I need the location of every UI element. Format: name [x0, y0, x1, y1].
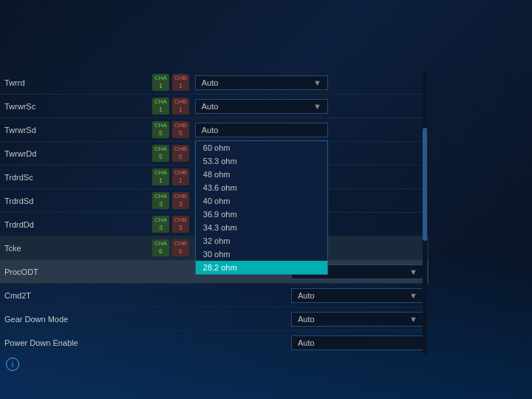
- dropdown-twrwrsd-open[interactable]: Auto 60 ohm 53.3 ohm 48 ohm 43.6 ohm 40 …: [195, 123, 328, 137]
- chb-badge: CHB1: [172, 168, 189, 185]
- chevron-down-icon: ▼: [313, 102, 321, 111]
- setting-name-gear-down: Gear Down Mode: [4, 315, 152, 324]
- setting-name-trdrddd: TrdrdDd: [4, 220, 152, 229]
- dropdown-gear-down[interactable]: Auto ▼: [291, 312, 424, 327]
- dropdown-item-8[interactable]: 30 ohm: [196, 248, 327, 261]
- cha-chb-trdrddd: CHA3 CHB3: [152, 216, 189, 232]
- cha-badge: CHA1: [152, 74, 169, 90]
- row-twrrd[interactable]: Twrrd CHA1 CHB1 Auto ▼: [0, 71, 429, 95]
- setting-name-twrwrdd: TwrwrDd: [4, 149, 152, 158]
- setting-name-tcke: Tcke: [4, 244, 152, 253]
- dropdown-item-7[interactable]: 32 ohm: [196, 234, 327, 248]
- chb-badge: CHB5: [172, 121, 189, 137]
- dropdown-item-4[interactable]: 40 ohm: [196, 194, 327, 208]
- info-button[interactable]: i: [6, 358, 19, 371]
- chb-badge: CHB1: [172, 98, 189, 114]
- chb-badge: CHB3: [172, 192, 189, 208]
- dropdown-item-3[interactable]: 43.6 ohm: [196, 181, 327, 194]
- dropdown-twrwrsc[interactable]: Auto ▼: [195, 99, 328, 114]
- scrollbar-thumb[interactable]: [423, 128, 427, 241]
- cha-badge: CHA3: [152, 192, 169, 208]
- settings-list: Twrrd CHA1 CHB1 Auto ▼ TwrwrSc CHA1: [0, 71, 429, 354]
- row-twrwrsd[interactable]: TwrwrSd CHA5 CHB5 Auto 60 ohm 53.3 ohm 4…: [0, 118, 429, 142]
- setting-name-power-down: Power Down Enable: [4, 338, 152, 347]
- chb-badge: CHB6: [172, 239, 189, 256]
- dropdown-twrrd[interactable]: Auto ▼: [195, 75, 328, 90]
- cha-badge: CHA5: [152, 121, 169, 137]
- dropdown-open-display[interactable]: Auto: [195, 123, 328, 137]
- dropdown-item-5[interactable]: 36.9 ohm: [196, 208, 327, 221]
- cha-chb-tcke: CHA6 CHB6: [152, 239, 189, 256]
- chevron-down-icon: ▼: [409, 291, 417, 300]
- row-gear-down[interactable]: Gear Down Mode Auto ▼: [0, 307, 429, 331]
- chevron-down-icon: ▼: [313, 78, 321, 87]
- setting-name-twrwrsc: TwrwrSc: [4, 102, 152, 111]
- cha-chb-twrrd: CHA1 CHB1: [152, 74, 189, 90]
- setting-name-twrrd: Twrrd: [4, 78, 152, 87]
- setting-name-cmd2t: Cmd2T: [4, 291, 152, 300]
- chb-badge: CHB3: [172, 216, 189, 232]
- chb-badge: CHB1: [172, 74, 189, 90]
- row-power-down[interactable]: Power Down Enable Auto: [0, 331, 429, 354]
- cha-chb-twrwrdd: CHA5 CHB5: [152, 145, 189, 161]
- dropdown-item-selected[interactable]: 28.2 ohm: [196, 261, 327, 274]
- setting-name-trdrdsd: TrdrdSd: [4, 197, 152, 205]
- chevron-down-icon: ▼: [409, 267, 417, 276]
- row-twrwrsc[interactable]: TwrwrSc CHA1 CHB1 Auto ▼: [0, 95, 429, 118]
- setting-name-procodt: ProcODT: [4, 267, 152, 276]
- cha-chb-trdrdsd: CHA3 CHB3: [152, 192, 189, 208]
- dropdown-list: 60 ohm 53.3 ohm 48 ohm 43.6 ohm 40 ohm 3…: [195, 140, 328, 275]
- cha-chb-twrwrsc: CHA1 CHB1: [152, 98, 189, 114]
- dropdown-item-1[interactable]: 53.3 ohm: [196, 154, 327, 168]
- cha-badge: CHA6: [152, 239, 169, 256]
- scrollbar[interactable]: [423, 71, 427, 354]
- dropdown-item-2[interactable]: 48 ohm: [196, 168, 327, 181]
- cha-badge: CHA3: [152, 216, 169, 232]
- settings-panel: Twrrd CHA1 CHB1 Auto ▼ TwrwrSc CHA1: [0, 71, 429, 369]
- dropdown-item-0[interactable]: 60 ohm: [196, 141, 327, 154]
- cha-chb-trdrdsc: CHA1 CHB1: [152, 168, 189, 185]
- setting-name-trdrdsc: TrdrdSc: [4, 173, 152, 182]
- cha-badge: CHA5: [152, 145, 169, 161]
- cha-badge: CHA1: [152, 98, 169, 114]
- dropdown-cmd2t[interactable]: Auto ▼: [291, 288, 424, 303]
- dropdown-power-down[interactable]: Auto: [291, 335, 424, 350]
- chb-badge: CHB5: [172, 145, 189, 161]
- chevron-down-icon: ▼: [409, 315, 417, 324]
- setting-name-twrwrsd: TwrwrSd: [4, 126, 152, 134]
- cha-badge: CHA1: [152, 168, 169, 185]
- row-cmd2t[interactable]: Cmd2T Auto ▼: [0, 284, 429, 307]
- cha-chb-twrwrsd: CHA5 CHB5: [152, 121, 189, 137]
- dropdown-item-6[interactable]: 34.3 ohm: [196, 221, 327, 234]
